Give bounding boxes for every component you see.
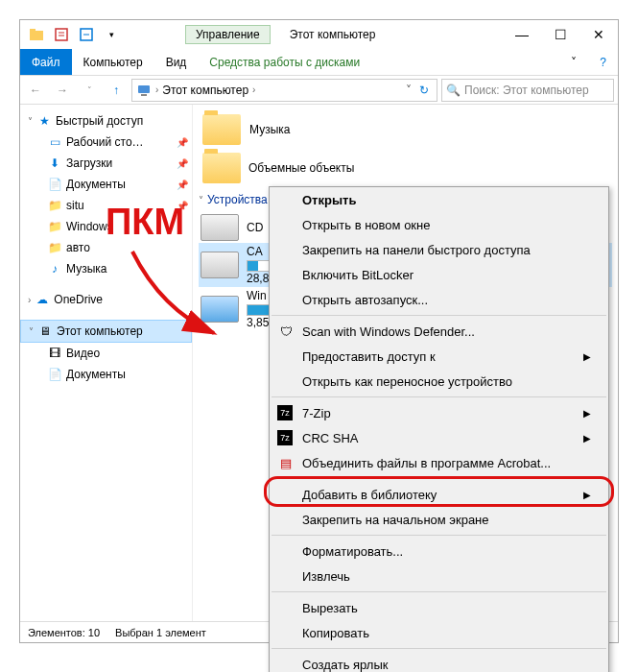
ctx-eject[interactable]: Извлечь [270, 564, 608, 588]
tab-computer[interactable]: Компьютер [72, 49, 154, 75]
tab-view[interactable]: Вид [154, 49, 199, 75]
usb-drive-icon [201, 252, 239, 278]
svg-rect-7 [138, 85, 150, 93]
cd-drive-icon [201, 214, 239, 241]
nav-documents2[interactable]: 📄Документы [20, 364, 192, 385]
ribbon-context-tab: Управление [185, 25, 271, 44]
ctx-copy[interactable]: Копировать [270, 620, 608, 645]
qat-dropdown-icon[interactable]: ▾ [101, 24, 122, 45]
cloud-icon: ☁ [35, 292, 50, 307]
pdf-icon: ▤ [277, 454, 295, 471]
minimize-button[interactable]: — [503, 20, 541, 49]
nav-onedrive[interactable]: ›☁OneDrive [20, 289, 192, 310]
nav-documents[interactable]: 📄Документы📌 [20, 174, 192, 195]
nav-situ[interactable]: 📁situ📌 [20, 195, 192, 216]
separator [272, 478, 606, 479]
ctx-open-new-window[interactable]: Открыть в новом окне [270, 212, 608, 237]
history-dropdown-icon[interactable]: ˅ [406, 84, 412, 97]
pc-icon [136, 83, 152, 98]
ctx-bitlocker[interactable]: Включить BitLocker [270, 262, 608, 287]
7zip-icon: 7z [277, 430, 293, 445]
chevron-right-icon: ▶ [583, 433, 591, 444]
ctx-portable[interactable]: Открыть как переносное устройство [270, 369, 608, 394]
nav-music[interactable]: ♪Музыка [20, 258, 192, 279]
window-title: Этот компьютер [290, 28, 376, 41]
ctx-7zip[interactable]: 7z7-Zip▶ [270, 400, 608, 425]
folder-icon: 📁 [47, 219, 62, 234]
nav-up-button[interactable]: ↑ [105, 79, 128, 102]
ctx-cut[interactable]: Вырезать [270, 595, 608, 620]
close-button[interactable]: ✕ [579, 20, 618, 49]
context-menu: Открыть Открыть в новом окне Закрепить н… [269, 186, 609, 672]
folder-music[interactable]: ♪ Музыка [199, 110, 612, 149]
nav-forward-button[interactable]: → [51, 79, 74, 102]
desktop-icon: ▭ [47, 134, 62, 150]
nav-this-pc[interactable]: ˅🖥Этот компьютер [20, 320, 192, 343]
ctx-autoplay[interactable]: Открыть автозапуск... [270, 287, 608, 312]
ctx-library[interactable]: Добавить в библиотеку▶ [270, 482, 608, 507]
search-icon: 🔍 [446, 84, 461, 97]
ctx-open[interactable]: Открыть [270, 187, 608, 212]
separator [272, 535, 606, 536]
ctx-acrobat[interactable]: ▤Объединить файлы в программе Acrobat... [270, 450, 608, 475]
separator [272, 648, 606, 649]
separator [272, 315, 606, 316]
status-selection: Выбран 1 элемент [115, 627, 206, 638]
folder-label: Объемные объекты [248, 161, 354, 175]
svg-rect-1 [30, 29, 35, 32]
svg-rect-8 [141, 94, 147, 96]
properties-icon[interactable] [51, 24, 72, 45]
separator [272, 396, 606, 397]
refresh-icon[interactable]: ↻ [415, 84, 433, 97]
titlebar: ▾ Управление Этот компьютер — ☐ ✕ [20, 20, 618, 49]
separator [272, 591, 606, 592]
nav-back-button[interactable]: ← [24, 79, 47, 102]
nav-windows[interactable]: 📁Windows [20, 216, 192, 237]
address-bar: ← → ˅ ↑ › Этот компьютер › ˅ ↻ 🔍 Поиск: … [20, 76, 618, 105]
search-placeholder: Поиск: Этот компьютер [464, 84, 589, 97]
ctx-crc[interactable]: 7zCRC SHA▶ [270, 425, 608, 450]
ctx-pin-start[interactable]: Закрепить на начальном экране [270, 507, 608, 532]
new-folder-icon[interactable] [76, 24, 97, 45]
nav-videos[interactable]: 🎞Видео [20, 343, 192, 364]
breadcrumb[interactable]: › Этот компьютер › ˅ ↻ [131, 79, 437, 102]
shield-icon: 🛡 [277, 323, 295, 340]
nav-downloads[interactable]: ⬇Загрузки📌 [20, 153, 192, 174]
ctx-defender[interactable]: 🛡Scan with Windows Defender... [270, 319, 608, 344]
tab-file[interactable]: Файл [20, 49, 72, 75]
quick-access-toolbar: ▾ [20, 24, 128, 45]
chevron-right-icon[interactable]: › [252, 84, 255, 95]
chevron-right-icon: ▶ [583, 351, 591, 362]
maximize-button[interactable]: ☐ [541, 20, 579, 49]
7zip-icon: 7z [277, 405, 293, 420]
explorer-icon[interactable] [26, 24, 47, 45]
ctx-shortcut[interactable]: Создать ярлык [270, 652, 608, 672]
nav-history-icon[interactable]: ˅ [78, 79, 101, 102]
pc-icon: 🖥 [37, 324, 53, 339]
chevron-right-icon: ▶ [583, 490, 591, 500]
document-icon: 📄 [47, 177, 62, 192]
music-icon: ♪ [47, 261, 62, 276]
folder-3d-objects[interactable]: Объемные объекты [199, 149, 612, 187]
breadcrumb-item[interactable]: Этот компьютер [162, 84, 248, 97]
ribbon-expand-icon[interactable]: ˅ [559, 49, 588, 75]
ctx-format[interactable]: Форматировать... [270, 539, 608, 564]
windows-drive-icon [201, 296, 239, 323]
chevron-right-icon: ▶ [583, 408, 591, 419]
ctx-share[interactable]: Предоставить доступ к▶ [270, 344, 608, 369]
ctx-pin-quick-access[interactable]: Закрепить на панели быстрого доступа [270, 237, 608, 262]
search-input[interactable]: 🔍 Поиск: Этот компьютер [441, 79, 614, 102]
svg-rect-0 [30, 31, 43, 40]
nav-avto[interactable]: 📁авто [20, 237, 192, 258]
help-icon[interactable]: ? [588, 49, 618, 75]
tab-drive-tools[interactable]: Средства работы с дисками [198, 49, 371, 75]
chevron-right-icon[interactable]: › [155, 84, 158, 95]
nav-quick-access[interactable]: ˅★Быстрый доступ [20, 110, 192, 132]
window-controls: — ☐ ✕ [503, 20, 618, 49]
navigation-pane: ˅★Быстрый доступ ▭Рабочий сто…📌 ⬇Загрузк… [20, 105, 193, 621]
folder-label: Музыка [249, 123, 290, 136]
star-icon: ★ [36, 113, 52, 129]
download-icon: ⬇ [47, 156, 62, 171]
nav-desktop[interactable]: ▭Рабочий сто…📌 [20, 132, 192, 153]
document-icon: 📄 [47, 367, 62, 382]
